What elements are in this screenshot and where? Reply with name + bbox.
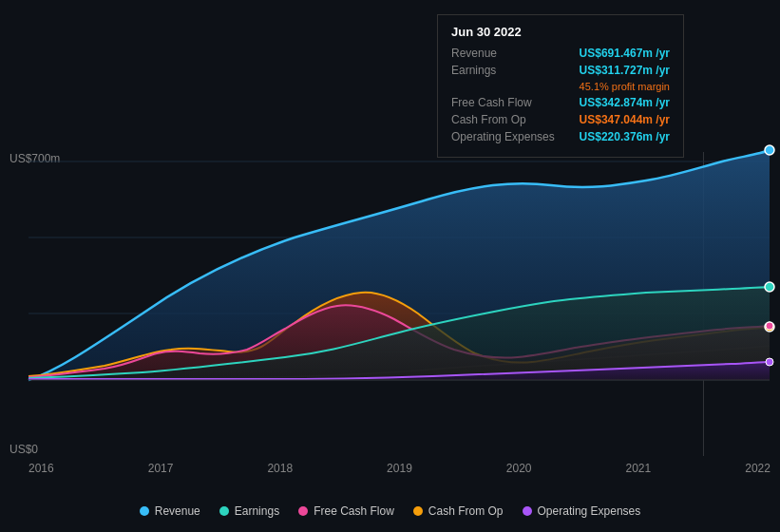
svg-point-5 [765,282,774,292]
tooltip-opex-row: Operating Expenses US$220.376m /yr [451,130,670,143]
legend-opex-label: Operating Expenses [538,504,641,518]
legend-earnings-label: Earnings [235,504,279,518]
legend-revenue[interactable]: Revenue [140,504,200,518]
x-label-2017: 2017 [148,462,174,475]
x-label-2022: 2022 [745,462,770,475]
legend-opex[interactable]: Operating Expenses [523,504,641,518]
legend-earnings-dot [219,506,229,516]
svg-point-4 [765,145,774,155]
tooltip-cashop-row: Cash From Op US$347.044m /yr [451,113,670,126]
x-axis: 2016 2017 2018 2019 2020 2021 2022 [29,462,770,475]
tooltip-cashop-value: US$347.044m /yr [580,113,670,126]
tooltip-revenue-row: Revenue US$691.467m /yr [451,47,670,60]
svg-point-7 [766,322,773,330]
tooltip-cashop-label: Cash From Op [451,113,556,126]
legend-earnings[interactable]: Earnings [219,504,279,518]
x-label-2021: 2021 [626,462,652,475]
tooltip-earnings-row: Earnings US$311.727m /yr [451,64,670,77]
tooltip-earnings-label: Earnings [451,64,556,77]
tooltip-opex-label: Operating Expenses [451,130,556,143]
tooltip-date: Jun 30 2022 [451,25,670,39]
legend-cashop-dot [413,506,423,516]
tooltip-revenue-label: Revenue [451,47,556,60]
tooltip-fcf-value: US$342.874m /yr [580,96,670,109]
legend-opex-dot [523,506,532,516]
legend-revenue-label: Revenue [155,504,200,518]
tooltip-revenue-value: US$691.467m /yr [580,47,670,60]
chart-legend: Revenue Earnings Free Cash Flow Cash Fro… [0,504,780,518]
legend-fcf[interactable]: Free Cash Flow [298,504,394,518]
tooltip-box: Jun 30 2022 Revenue US$691.467m /yr Earn… [437,14,684,158]
x-label-2016: 2016 [29,462,54,475]
tooltip-earnings-value: US$311.727m /yr [580,64,670,77]
tooltip-profit-margin: 45.1% profit margin [580,81,670,92]
svg-point-8 [766,358,773,366]
x-label-2019: 2019 [387,462,412,475]
legend-cashop-label: Cash From Op [428,504,504,518]
legend-fcf-dot [298,506,308,516]
chart-container: Jun 30 2022 Revenue US$691.467m /yr Earn… [0,0,780,532]
x-label-2020: 2020 [506,462,532,475]
legend-revenue-dot [140,506,149,516]
x-label-2018: 2018 [267,462,293,475]
legend-cashop[interactable]: Cash From Op [413,504,504,518]
tooltip-profit-margin-row: 45.1% profit margin [451,81,670,92]
legend-fcf-label: Free Cash Flow [314,504,394,518]
tooltip-opex-value: US$220.376m /yr [580,130,670,143]
tooltip-fcf-label: Free Cash Flow [451,96,556,109]
tooltip-fcf-row: Free Cash Flow US$342.874m /yr [451,96,670,109]
